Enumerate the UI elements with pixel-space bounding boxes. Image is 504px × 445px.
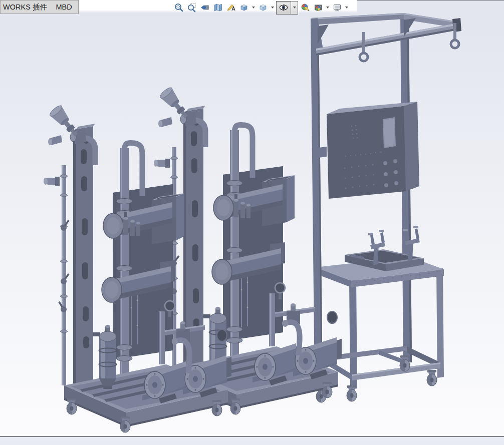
viewport-top-border <box>357 0 504 1</box>
corner-gusset <box>318 25 329 44</box>
application-window: WORKS 插件 MBD <box>0 0 504 445</box>
view-orientation-dropdown[interactable] <box>250 2 256 14</box>
view-orientation-button[interactable] <box>238 2 250 14</box>
section-view-button[interactable] <box>212 2 224 14</box>
graphics-viewport[interactable] <box>0 0 504 445</box>
display-style-dropdown[interactable] <box>270 2 275 14</box>
magnifier-fit-icon <box>174 3 184 13</box>
mount-bracket <box>314 147 327 158</box>
gantry-frame[interactable] <box>311 13 461 61</box>
pencil-annotation-icon <box>226 3 236 13</box>
display-style-cube-icon <box>258 3 268 13</box>
camera-back-arrow-icon <box>200 3 210 13</box>
heads-up-view-toolbar <box>172 1 350 14</box>
monitor-icon <box>332 3 342 13</box>
view-settings-button[interactable] <box>331 2 343 14</box>
eye-icon <box>279 3 289 13</box>
edit-appearance-button[interactable] <box>299 2 311 14</box>
control-panel-enclosure[interactable] <box>314 102 419 199</box>
table-leg-front <box>349 279 357 389</box>
scene-ball-icon <box>313 3 323 13</box>
hide-show-items-button[interactable] <box>277 2 290 14</box>
tab-mbd[interactable]: MBD <box>50 0 79 14</box>
view-settings-dropdown[interactable] <box>344 2 349 14</box>
command-manager-tabs: WORKS 插件 MBD <box>0 0 79 14</box>
magnifier-area-icon <box>187 3 197 13</box>
hide-show-items-dropdown[interactable] <box>291 2 298 14</box>
previous-view-button[interactable] <box>199 2 211 14</box>
hide-show-items-group <box>276 1 298 15</box>
appearance-ball-pencil-icon <box>300 3 310 13</box>
zoom-to-fit-button[interactable] <box>173 2 185 14</box>
orientation-cube-icon <box>239 3 249 13</box>
section-panels-icon <box>213 3 223 13</box>
zoom-to-area-button[interactable] <box>186 2 198 14</box>
below-floor-strip <box>0 437 504 445</box>
dynamic-annotation-views-button[interactable] <box>225 2 237 14</box>
display-style-button[interactable] <box>257 2 269 14</box>
apply-scene-button[interactable] <box>312 2 324 14</box>
tab-solidworks-addins[interactable]: WORKS 插件 <box>0 0 50 14</box>
apply-scene-dropdown[interactable] <box>325 2 330 14</box>
